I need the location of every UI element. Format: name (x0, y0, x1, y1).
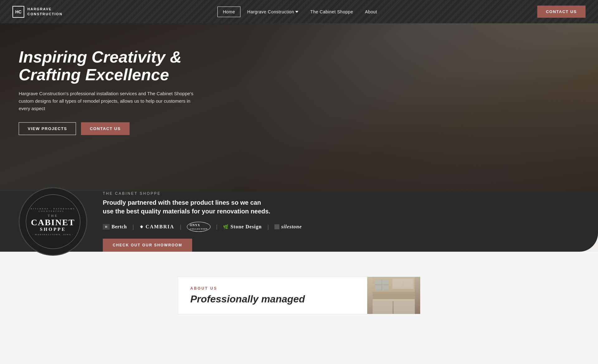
about-heading: Professionally managed (190, 294, 355, 305)
hero-subtitle: Hargrave Construction's professional ins… (19, 90, 199, 112)
stone-design-icon: 🌿 (223, 224, 229, 230)
showroom-button[interactable]: CHECK OUT OUR SHOWROOM (103, 239, 192, 252)
svg-rect-7 (403, 279, 413, 288)
cabinet-logo-wrap: · KITCHENS · BATHROOMS · COUNTERTOPS · T… (19, 187, 87, 256)
about-label: ABOUT US (190, 286, 355, 291)
svg-rect-1 (373, 292, 415, 314)
onyx-icon: ONYXCOLLECTION (187, 222, 210, 232)
svg-rect-2 (375, 279, 389, 291)
cabinet-logo-arc-bot: · MARSHALLTOWN, IOWA · (32, 233, 73, 236)
logo[interactable]: HC HARGRAVE CONSTRUCTION (12, 6, 63, 18)
svg-rect-8 (373, 299, 415, 301)
cabinet-logo-shoppe: SHOPPE (40, 227, 66, 232)
cabinet-shoppe-title: THE CABINET SHOPPE (103, 191, 573, 196)
nav-links: Home Hargrave Construction The Cabinet S… (217, 7, 382, 17)
about-section: ABOUT US Professionally managed (0, 264, 598, 327)
silestone-logo: silestone (274, 224, 302, 230)
hero-section: Inspiring Creativity & Crafting Excellen… (0, 23, 598, 191)
svg-rect-9 (373, 301, 392, 314)
divider-1: | (132, 224, 134, 230)
divider-4: | (267, 224, 269, 230)
svg-rect-10 (394, 301, 415, 314)
brand-logos: H Bertch | ⚜ CAMBRIA | ONYXCOLLECTION | … (103, 222, 573, 232)
svg-rect-5 (392, 279, 414, 289)
about-image (367, 277, 420, 314)
bertch-icon: H (103, 224, 110, 230)
nav-cabinet-shoppe[interactable]: The Cabinet Shoppe (305, 7, 358, 17)
nav-contact-button[interactable]: CONTACT US (537, 6, 586, 18)
svg-rect-0 (373, 277, 415, 314)
logo-icon: HC (12, 6, 24, 18)
cambria-icon: ⚜ (140, 224, 144, 230)
nav-about[interactable]: About (360, 7, 382, 17)
cabinet-logo-main: CABINET (31, 218, 75, 227)
navbar: HC HARGRAVE CONSTRUCTION Home Hargrave C… (0, 0, 598, 23)
cabinet-banner: · KITCHENS · BATHROOMS · COUNTERTOPS · T… (0, 191, 598, 252)
cabinet-logo-the: THE (48, 214, 58, 217)
hero-content: Inspiring Creativity & Crafting Excellen… (0, 23, 243, 160)
nav-home[interactable]: Home (217, 7, 240, 17)
divider-3: | (216, 224, 218, 230)
about-text-area: ABOUT US Professionally managed (178, 277, 367, 314)
divider-2: | (180, 224, 182, 230)
logo-text: HARGRAVE CONSTRUCTION (27, 7, 63, 16)
hero-contact-button[interactable]: CONTACT US (81, 122, 129, 135)
about-card: ABOUT US Professionally managed (178, 277, 420, 314)
silestone-icon (274, 224, 279, 229)
nav-hargrave[interactable]: Hargrave Construction (242, 7, 304, 17)
cabinet-content: THE CABINET SHOPPE Proudly partnered wit… (103, 191, 573, 252)
cabinet-shoppe-headline: Proudly partnered with these product lin… (103, 198, 271, 216)
hero-title: Inspiring Creativity & Crafting Excellen… (19, 48, 224, 84)
view-projects-button[interactable]: VIEW PROJECTS (19, 122, 76, 135)
svg-rect-6 (393, 279, 403, 288)
cabinet-logo-arc-top: · KITCHENS · BATHROOMS · COUNTERTOPS · (26, 208, 80, 212)
cambria-logo: ⚜ CAMBRIA (140, 224, 174, 230)
cabinet-logo: · KITCHENS · BATHROOMS · COUNTERTOPS · T… (26, 194, 80, 249)
stone-design-logo: 🌿 Stone Design (223, 224, 262, 230)
bertch-logo: H Bertch (103, 224, 127, 230)
onyx-logo: ONYXCOLLECTION (187, 222, 210, 232)
hero-buttons: VIEW PROJECTS CONTACT US (19, 122, 224, 135)
